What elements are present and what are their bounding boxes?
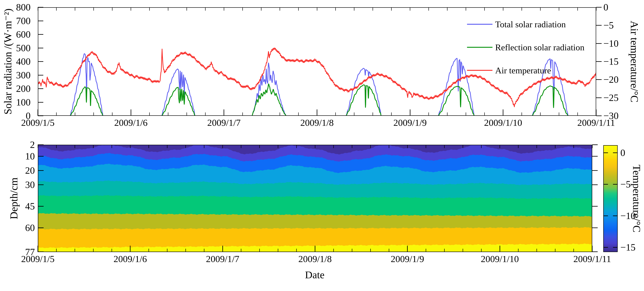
colorbar-tick-right bbox=[613, 152, 617, 153]
x-minor-tick bbox=[466, 112, 466, 116]
x-major-tick bbox=[38, 109, 38, 116]
heatmap-x-top-tick bbox=[167, 145, 168, 148]
x-tick-label-bottom: 2009/1/7 bbox=[194, 253, 252, 264]
heatmap-x-minor-tick bbox=[148, 249, 149, 252]
x-top-tick bbox=[578, 7, 578, 11]
x-minor-tick bbox=[354, 112, 354, 116]
x-top-tick bbox=[335, 7, 336, 11]
heatmap-x-top-tick bbox=[592, 145, 592, 148]
figure: Solar radiation /(W·m⁻²) Air temperature… bbox=[0, 0, 644, 291]
heatmap-x-major-tick bbox=[592, 246, 592, 252]
x-top-tick bbox=[317, 7, 317, 11]
depth-right-tick bbox=[592, 251, 598, 252]
y-right-tick-label: −5 bbox=[604, 20, 614, 31]
x-top-tick bbox=[372, 7, 373, 11]
x-tick-label-top: 2009/1/10 bbox=[474, 117, 532, 128]
x-top-tick bbox=[298, 7, 299, 11]
heatmap-x-minor-tick bbox=[167, 249, 168, 252]
x-tick-label-bottom: 2009/1/11 bbox=[564, 253, 621, 264]
y-left-tick bbox=[38, 48, 43, 48]
heatmap-x-minor-tick bbox=[75, 249, 75, 252]
x-top-tick bbox=[186, 7, 187, 11]
heatmap-x-top-tick bbox=[500, 145, 500, 148]
heatmap-x-minor-tick bbox=[518, 249, 518, 252]
heatmap-x-major-tick bbox=[38, 246, 38, 252]
x-tick-label-top: 2009/1/6 bbox=[102, 117, 160, 128]
heatmap-x-minor-tick bbox=[536, 249, 537, 252]
heatmap-x-top-tick bbox=[148, 145, 149, 148]
heatmap-x-minor-tick bbox=[481, 249, 482, 252]
x-top-tick bbox=[261, 7, 262, 11]
x-top-tick bbox=[596, 7, 596, 11]
x-major-tick bbox=[410, 109, 410, 116]
total-solar-line-swatch bbox=[467, 24, 492, 25]
legend-label: Reflection solar radiation bbox=[495, 42, 584, 53]
heatmap-x-minor-tick bbox=[204, 249, 204, 252]
heatmap-x-top-tick bbox=[241, 145, 241, 148]
colorbar-tick bbox=[604, 152, 608, 153]
x-major-tick bbox=[224, 109, 224, 116]
y-left-tick-label: 200 bbox=[5, 83, 30, 94]
heatmap-x-top-tick bbox=[518, 145, 518, 148]
x-top-tick bbox=[391, 7, 392, 11]
heatmap-x-minor-tick bbox=[93, 249, 94, 252]
x-minor-tick bbox=[391, 112, 392, 116]
x-tick-label-top: 2009/1/8 bbox=[288, 117, 346, 128]
heatmap-x-top-tick bbox=[407, 145, 408, 148]
depth-tick-label: 30 bbox=[9, 179, 35, 190]
reflection-solar-line-swatch bbox=[467, 47, 492, 48]
colorbar-tick-label: −15 bbox=[620, 242, 636, 253]
heatmap-x-top-tick bbox=[296, 145, 297, 148]
x-minor-tick bbox=[447, 112, 448, 116]
x-tick-label-top: 2009/1/7 bbox=[195, 117, 253, 128]
colorbar-tick-right bbox=[613, 247, 617, 248]
x-top-tick bbox=[75, 7, 75, 11]
x-minor-tick bbox=[280, 112, 280, 116]
x-top-tick bbox=[131, 7, 131, 11]
heatmap-x-minor-tick bbox=[370, 249, 371, 252]
x-top-tick bbox=[168, 7, 168, 11]
x-top-tick bbox=[447, 7, 448, 11]
depth-tick-label: 20 bbox=[9, 165, 35, 176]
x-top-tick bbox=[149, 7, 150, 11]
heatmap-x-top-tick bbox=[555, 145, 556, 148]
y-left-tick-label: 500 bbox=[5, 43, 30, 54]
colorbar-tick bbox=[604, 215, 608, 216]
heatmap-x-top-tick bbox=[222, 145, 223, 148]
legend-item-reflection-solar: Reflection solar radiation bbox=[467, 41, 584, 54]
x-minor-tick bbox=[559, 112, 559, 116]
x-minor-tick bbox=[56, 112, 56, 116]
x-minor-tick bbox=[149, 112, 150, 116]
heatmap-x-top-tick bbox=[481, 145, 482, 148]
x-minor-tick bbox=[335, 112, 336, 116]
depth-tick bbox=[38, 144, 44, 145]
heatmap-x-top-tick bbox=[333, 145, 334, 148]
x-tick-label-top: 2009/1/11 bbox=[568, 117, 625, 128]
x-tick-label-bottom: 2009/1/9 bbox=[378, 253, 436, 264]
x-minor-tick bbox=[205, 112, 206, 116]
y-left-tick bbox=[38, 21, 43, 21]
heatmap-x-top-tick bbox=[186, 145, 186, 148]
x-minor-tick bbox=[372, 112, 373, 116]
depth-tick-label: 10 bbox=[9, 151, 35, 162]
air-temp-axis-title: Air temperature/°C bbox=[628, 21, 640, 102]
heatmap-x-top-tick bbox=[259, 145, 260, 148]
colorbar-tick-right bbox=[613, 184, 617, 185]
depth-temperature-heatmap-canvas bbox=[38, 145, 592, 252]
x-minor-tick bbox=[168, 112, 168, 116]
depth-right-tick bbox=[592, 144, 598, 145]
x-tick-label-top: 2009/1/9 bbox=[381, 117, 439, 128]
heatmap-x-top-tick bbox=[75, 145, 75, 148]
heatmap-x-minor-tick bbox=[278, 249, 278, 252]
depth-tick bbox=[38, 206, 44, 207]
y-right-tick bbox=[596, 97, 602, 98]
x-top-tick bbox=[410, 7, 410, 11]
x-top-tick bbox=[38, 7, 38, 11]
x-minor-tick bbox=[75, 112, 75, 116]
y-left-tick-label: 300 bbox=[5, 70, 30, 81]
heatmap-x-major-tick bbox=[500, 246, 500, 252]
x-top-tick bbox=[205, 7, 206, 11]
heatmap-x-minor-tick bbox=[333, 249, 334, 252]
x-top-tick bbox=[484, 7, 485, 11]
heatmap-x-minor-tick bbox=[574, 249, 574, 252]
